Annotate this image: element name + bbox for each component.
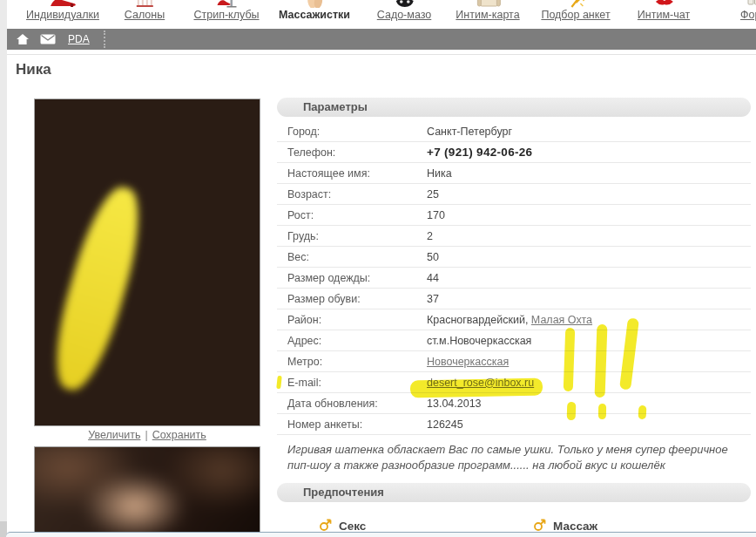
nav-label: Интим-карта [456, 9, 519, 21]
top-navigation: Индивидуалки Салоны Стрип-клубы Массажис… [0, 0, 756, 26]
param-row-real-name: Настоящее имя: Ника [277, 163, 751, 184]
district-link[interactable]: Малая Охта [531, 314, 592, 326]
param-row-shoe-size: Размер обуви: 37 [277, 289, 751, 309]
home-icon[interactable] [16, 33, 30, 45]
nav-label: Подбор анкет [541, 9, 610, 21]
nav-label: Интим-чат [638, 9, 690, 21]
map-scroll-icon [473, 0, 503, 8]
param-row-weight: Вес: 50 [277, 247, 751, 268]
nav-label: Массажистки [279, 9, 350, 21]
mail-icon[interactable] [40, 33, 56, 45]
salon-building-icon [130, 0, 159, 8]
magic-wand-icon [561, 0, 591, 8]
param-row-bust: Грудь: 2 [277, 226, 751, 247]
nav-label: Форум [740, 9, 756, 21]
param-row-metro: Метро: Новочеркасская [277, 351, 751, 372]
links-separator: | [145, 429, 147, 441]
page-left-margin [0, 0, 7, 537]
nav-item-massazhistki[interactable]: Массажистки [279, 0, 350, 21]
param-row-phone: Телефон: +7 (921) 942-06-26 [277, 142, 751, 163]
parameters-header: Параметры [277, 98, 751, 117]
red-lips-icon [649, 0, 678, 8]
profile-photo-secondary[interactable] [34, 446, 260, 537]
param-row-height: Рост: 170 [277, 205, 751, 226]
metro-link[interactable]: Новочеркасская [427, 356, 509, 368]
nav-label: Садо-мазо [377, 9, 431, 21]
parameters-panel: Параметры Город: Санкт-Петербург Телефон… [277, 98, 751, 537]
param-row-clothing-size: Размер одежды: 44 [277, 268, 751, 289]
nav-item-intim-karta[interactable]: Интим-карта [456, 0, 519, 21]
photo-artwork [34, 446, 260, 537]
enlarge-link[interactable]: Увеличить [88, 429, 140, 441]
nav-item-forum[interactable]: Форум [740, 0, 756, 21]
nav-item-intim-chat[interactable]: Интим-чат [638, 0, 690, 21]
nav-item-salony[interactable]: Салоны [125, 0, 165, 21]
pda-link[interactable]: PDA [68, 33, 90, 45]
param-row-email: E-mail: desert_rose@inbox.ru [277, 372, 751, 393]
save-link[interactable]: Сохранить [152, 429, 206, 441]
bottom-window-edge [6, 532, 756, 537]
photo-links: Увеличить|Сохранить [34, 429, 260, 441]
divider-line [7, 54, 756, 55]
nav-label: Индивидуалки [26, 9, 99, 21]
nav-item-podbor-anket[interactable]: Подбор анкет [541, 0, 610, 21]
strip-pole-icon [212, 0, 241, 8]
page-title: Ника [16, 61, 51, 78]
nav-label: Салоны [125, 9, 165, 21]
param-row-profile-number: Номер анкеты: 126245 [277, 414, 751, 435]
red-shoe-icon [48, 0, 78, 8]
profile-description: Игривая шатенка обласкает Вас по самые у… [287, 442, 744, 474]
profile-page: Индивидуалки Салоны Стрип-клубы Массажис… [0, 0, 756, 537]
parameters-table: Город: Санкт-Петербург Телефон: +7 (921)… [277, 121, 751, 435]
profile-photo-main[interactable] [34, 99, 260, 426]
forum-keys-icon [742, 0, 756, 8]
param-row-district: Район: Красногвардейский, Малая Охта [277, 309, 751, 330]
preferences-header: Предпочтения [277, 483, 751, 502]
param-row-address: Адрес: ст.м.Новочеркасская [277, 330, 751, 351]
dotted-separator [104, 31, 105, 48]
nav-label: Стрип-клубы [193, 9, 259, 21]
nav-item-strip-kluby[interactable]: Стрип-клубы [193, 0, 259, 21]
nav-item-individualki[interactable]: Индивидуалки [26, 0, 99, 21]
email-link[interactable]: desert_rose@inbox.ru [427, 377, 534, 389]
utility-bar: PDA [7, 29, 756, 50]
nav-item-sado-mazo[interactable]: Садо-мазо [377, 0, 431, 21]
param-row-city: Город: Санкт-Петербург [277, 121, 751, 142]
massage-hands-icon [300, 0, 329, 8]
param-row-updated-date: Дата обновления: 13.04.2013 [277, 393, 751, 414]
param-row-age: Возраст: 25 [277, 184, 751, 205]
black-mask-icon [389, 0, 419, 8]
